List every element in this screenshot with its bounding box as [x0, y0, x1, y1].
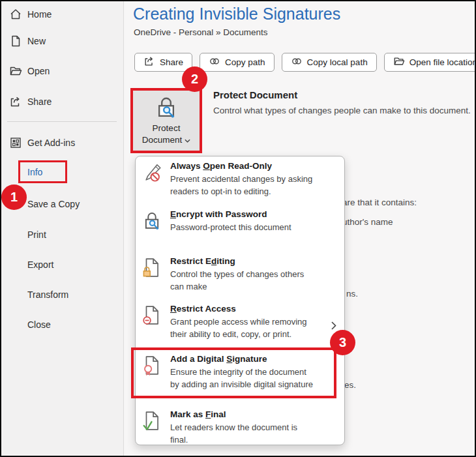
menu-item-description: Prevent accidental changes by asking [170, 174, 312, 184]
document-toolbar: Share Copy path Copy local path Open fil… [134, 53, 476, 72]
menu-item-title: Add a Digital Signature [170, 354, 267, 364]
share-button[interactable]: Share [134, 53, 192, 72]
menu-item-title: Mark as Final [170, 409, 226, 419]
menu-item-description: by adding an invisible digital signature [170, 379, 313, 389]
copy-local-path-label: Copy local path [307, 57, 368, 67]
menu-item-restrict-access[interactable]: Restrict Access Grant people access whil… [136, 304, 344, 347]
open-file-location-label: Open file location [409, 57, 476, 67]
sidebar-label: Save a Copy [27, 199, 80, 209]
menu-item-mark-as-final[interactable]: Mark as Final Let readers know the docum… [136, 409, 344, 452]
sidebar-item-export[interactable]: Export [1, 258, 124, 275]
new-document-icon [9, 35, 22, 48]
menu-item-description: their ability to edit, copy, or print. [170, 329, 291, 339]
open-folder-icon [9, 65, 22, 78]
menu-item-description: Ensure the integrity of the document [170, 367, 306, 377]
sidebar-label: Get Add-ins [27, 138, 75, 148]
protect-document-button[interactable]: Protect Document [133, 91, 200, 151]
lock-key-icon [142, 211, 166, 233]
sidebar-item-save-a-copy[interactable]: Save a Copy [1, 198, 124, 214]
menu-item-description: can make [170, 282, 207, 291]
sidebar-item-close[interactable]: Close [1, 318, 124, 335]
copy-path-label: Copy path [225, 57, 265, 67]
menu-item-restrict-editing[interactable]: Restrict Editing Control the types of ch… [136, 256, 344, 299]
sidebar-label: Export [27, 259, 53, 270]
document-check-icon [142, 411, 166, 433]
open-file-location-button[interactable]: Open file location [384, 53, 476, 72]
chevron-right-icon [331, 321, 336, 332]
menu-item-always-open-read-only[interactable]: Always Open Read-Only Prevent accidental… [136, 161, 344, 204]
menu-item-description: Password-protect this document [170, 222, 291, 232]
addins-grid-icon [9, 136, 22, 149]
sidebar-label: Transform [27, 289, 68, 300]
menu-item-description: readers to opt-in to editing. [170, 186, 271, 196]
menu-item-description: Let readers know the document is [170, 422, 297, 432]
share-icon [143, 55, 155, 69]
breadcrumb: OneDrive - Personal » Documents [134, 27, 268, 37]
background-text-fragment: uthor's name [342, 217, 393, 227]
share-icon [9, 95, 22, 108]
share-button-label: Share [160, 57, 183, 67]
copy-local-path-button[interactable]: Copy local path [282, 53, 377, 72]
sidebar-item-print[interactable]: Print [1, 228, 124, 245]
lock-key-icon [133, 91, 200, 123]
menu-item-description: Control the types of changes others [170, 269, 304, 279]
background-text-fragment: ns. [346, 289, 358, 299]
sidebar-item-open[interactable]: Open [1, 65, 124, 81]
protect-button-label-line2: Document [142, 135, 183, 145]
protect-section-heading: Protect Document [213, 89, 297, 100]
chevron-down-icon [185, 135, 190, 145]
link-icon [291, 55, 303, 69]
home-icon [9, 8, 22, 21]
menu-item-title: Restrict Editing [170, 256, 235, 266]
sidebar-label: Open [27, 66, 50, 76]
backstage-sidebar: Home New Open Share Get Add-ins [1, 1, 124, 456]
sidebar-item-info[interactable]: Info [1, 166, 124, 183]
menu-item-encrypt-with-password[interactable]: Encrypt with Password Password-protect t… [136, 209, 344, 241]
sidebar-item-new[interactable]: New [1, 35, 124, 52]
background-text-fragment: es. [344, 380, 356, 390]
sidebar-label: Info [27, 167, 42, 177]
sidebar-label: Share [27, 96, 52, 107]
page-title: Creating Invisible Signatures [133, 5, 340, 23]
protect-document-dropdown-menu: Always Open Read-Only Prevent accidental… [135, 156, 345, 445]
protect-section-description: Control what types of changes people can… [213, 106, 471, 115]
sidebar-item-home[interactable]: Home [1, 8, 124, 25]
sidebar-item-get-addins[interactable]: Get Add-ins [1, 136, 124, 153]
menu-item-title: Encrypt with Password [170, 209, 267, 219]
sidebar-item-share[interactable]: Share [1, 95, 124, 112]
menu-item-title: Always Open Read-Only [170, 161, 272, 171]
copy-path-button[interactable]: Copy path [200, 53, 275, 72]
document-lock-icon [142, 258, 166, 280]
pencil-block-icon [142, 162, 166, 184]
sidebar-label: New [27, 36, 46, 46]
document-block-icon [142, 305, 166, 327]
menu-item-add-a-digital-signature[interactable]: Add a Digital Signature Ensure the integ… [136, 354, 344, 397]
sidebar-item-transform[interactable]: Transform [1, 288, 124, 305]
open-folder-icon [393, 55, 405, 69]
sidebar-divider [7, 121, 117, 122]
app-window: Home New Open Share Get Add-ins [0, 0, 476, 457]
protect-button-label-line1: Protect [133, 123, 200, 134]
menu-item-description: final. [170, 435, 188, 445]
menu-item-title: Restrict Access [170, 304, 236, 314]
background-text-fragment: are that it contains: [342, 198, 417, 207]
menu-item-description: Grant people access while removing [170, 317, 307, 327]
link-icon [209, 55, 220, 69]
sidebar-label: Close [27, 319, 51, 330]
document-ribbon-icon [142, 355, 166, 377]
sidebar-label: Print [27, 229, 46, 240]
sidebar-label: Home [27, 9, 52, 20]
